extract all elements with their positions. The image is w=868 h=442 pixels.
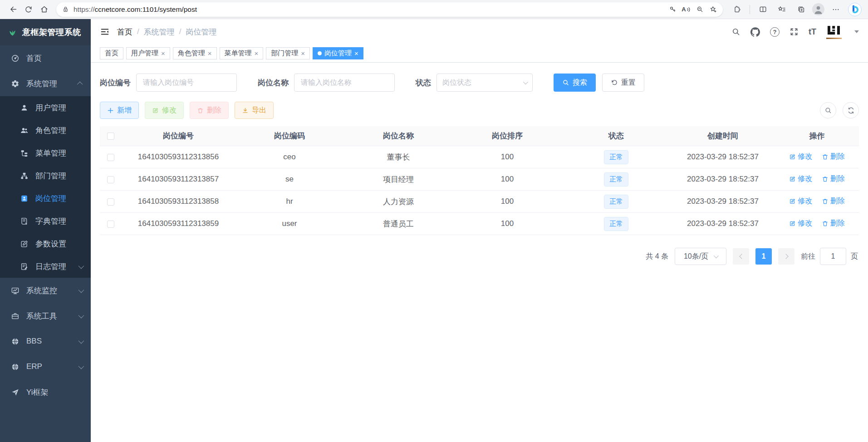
sidebar-item-roles[interactable]: 角色管理 [0,119,91,142]
zoom-out-button[interactable] [693,3,706,16]
tab-role-management[interactable]: 角色管理 × [173,47,217,59]
search-button[interactable]: 搜索 [554,74,596,92]
sidebar-item-monitor[interactable]: 系统监控 [0,278,91,303]
reset-button[interactable]: 重置 [602,74,644,92]
tab-user-management[interactable]: 用户管理 × [126,47,170,59]
app-header: 首页 / 系统管理 / 岗位管理 ? [91,19,868,44]
fullscreen-button[interactable] [790,27,799,36]
page-number-button[interactable]: 1 [755,248,772,265]
edit-button[interactable]: 修改 [145,102,184,119]
sidebar-item-tools[interactable]: 系统工具 [0,303,91,329]
sidebar-item-departments[interactable]: 部门管理 [0,164,91,187]
select-all-checkbox[interactable] [107,133,114,140]
header-search-button[interactable] [731,27,740,36]
sidebar-item-label: 参数设置 [35,239,66,249]
user-logo-glyph-icon [826,25,842,37]
row-checkbox[interactable] [107,221,114,228]
sidebar-item-erp[interactable]: ERP [0,354,91,379]
sidebar-item-label: 菜单管理 [35,148,66,158]
sidebar-item-home[interactable]: 首页 [0,45,91,71]
tab-home[interactable]: 首页 [100,47,123,59]
tab-department-management[interactable]: 部门管理 × [266,47,310,59]
help-button[interactable]: ? [770,27,780,37]
row-edit-link[interactable]: 修改 [789,219,812,228]
sidebar-item-menus[interactable]: 菜单管理 [0,142,91,164]
password-key-icon[interactable] [666,3,679,16]
goto-page-input[interactable] [820,248,846,265]
export-button[interactable]: 导出 [235,102,274,119]
read-aloud-button[interactable]: A [679,3,693,16]
github-button[interactable] [750,27,760,37]
tab-post-management[interactable]: 岗位管理 × [313,47,363,59]
page-size-select[interactable]: 10条/页 [675,248,726,265]
sidebar-item-dictionary[interactable]: 字典管理 [0,210,91,232]
add-button[interactable]: 新增 [100,102,139,119]
refresh-table-button[interactable] [843,102,859,118]
column-header: 创建时间 [671,131,775,141]
star-plus-icon [709,5,717,14]
sidebar-item-logs[interactable]: 日志管理 [0,255,91,278]
next-page-button[interactable] [778,248,794,265]
row-delete-link[interactable]: 删除 [822,174,845,184]
sidebar-item-posts[interactable]: 岗位管理 [0,187,91,210]
sidebar-item-system[interactable]: 系统管理 [0,71,91,96]
close-icon[interactable]: × [255,50,259,57]
cell-post-id: 1641030593112313859 [122,219,235,228]
status-select[interactable]: 岗位状态 [436,74,533,92]
delete-button[interactable]: 删除 [190,102,229,119]
row-edit-link[interactable]: 修改 [789,152,812,162]
split-screen-button[interactable] [755,2,770,17]
sidebar-item-label: 日志管理 [35,261,66,272]
row-delete-link[interactable]: 删除 [822,196,845,206]
sidebar-item-bbs[interactable]: BBS [0,329,91,354]
font-size-button[interactable]: tT [809,27,816,37]
post-code-input[interactable] [136,74,237,92]
add-favorite-button[interactable] [706,3,720,16]
breadcrumb-item-home[interactable]: 首页 [117,27,132,37]
trash-icon [822,198,829,205]
dashboard-icon [11,54,20,63]
fullscreen-icon [790,27,799,36]
sidebar-item-label: 用户管理 [35,103,66,113]
browser-home-button[interactable] [36,2,52,17]
toggle-search-button[interactable] [820,102,836,118]
edit-button-label: 修改 [162,106,177,115]
sidebar-item-users[interactable]: 用户管理 [0,96,91,119]
sidebar-item-parameters[interactable]: 参数设置 [0,232,91,255]
row-checkbox[interactable] [107,154,114,161]
tab-menu-management[interactable]: 菜单管理 × [220,47,264,59]
row-checkbox[interactable] [107,176,114,183]
sidebar-item-yi-framework[interactable]: Yi框架 [0,379,91,405]
edit-link-label: 修改 [798,174,812,184]
browser-menu-button[interactable] [828,2,843,17]
copilot-bing-button[interactable] [847,2,863,17]
row-edit-link[interactable]: 修改 [789,174,812,184]
browser-back-button[interactable] [5,2,21,17]
close-icon[interactable]: × [161,50,165,57]
user-avatar[interactable] [826,25,842,39]
post-name-input[interactable] [294,74,395,92]
cell-post-name: 人力资源 [344,196,453,207]
cell-post-name: 项目经理 [344,174,453,185]
favorites-button[interactable] [774,2,790,17]
row-delete-link[interactable]: 删除 [822,219,845,228]
sidebar-collapse-button[interactable] [100,27,110,37]
close-icon[interactable]: × [301,50,305,57]
log-document-icon [20,262,29,271]
row-checkbox[interactable] [107,198,114,206]
reset-button-label: 重置 [621,78,636,88]
browser-refresh-button[interactable] [21,2,36,17]
close-icon[interactable]: × [354,50,358,57]
close-icon[interactable]: × [208,50,212,57]
avatar-dropdown-caret-icon[interactable] [854,30,859,33]
chevron-down-icon [78,338,84,344]
search-icon [562,79,569,86]
header-actions: ? tT [731,25,859,39]
extensions-button[interactable] [729,2,745,17]
prev-page-button[interactable] [733,248,749,265]
browser-profile-button[interactable] [812,3,824,15]
collections-button[interactable] [793,2,809,17]
row-edit-link[interactable]: 修改 [789,196,812,206]
address-bar[interactable]: https://ccnetcore.com:1101/system/post A [56,2,723,17]
row-delete-link[interactable]: 删除 [822,152,845,162]
